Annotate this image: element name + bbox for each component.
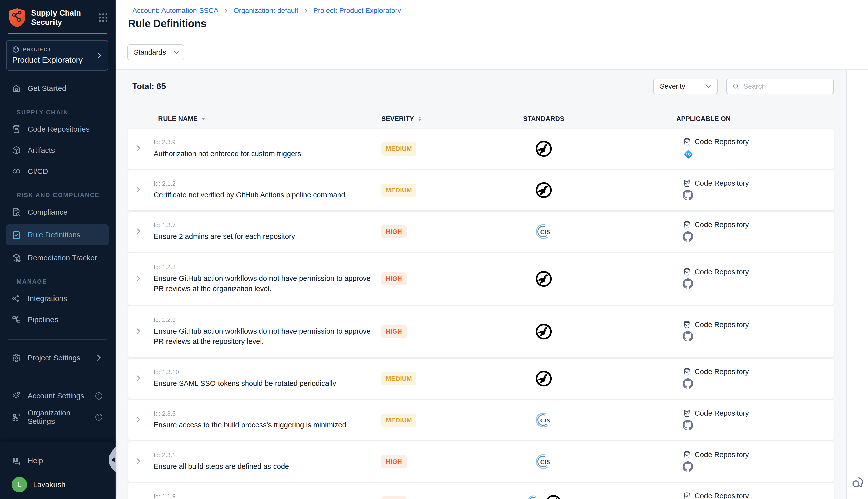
sidebar-item-organization-settings[interactable]: Organization Settings	[6, 408, 109, 426]
table-toolbar: Total: 65 Severity	[128, 78, 834, 95]
rule-row: Id: 2.3.9 Authorization not enforced for…	[128, 129, 834, 169]
applicable-on-text: Code Repository	[695, 268, 749, 276]
sidebar-section-label: MANAGE	[6, 278, 109, 285]
chevron-right-icon	[135, 416, 142, 423]
rule-name: Ensure access to the build process's tri…	[154, 420, 377, 430]
sidebar-item-project-settings[interactable]: Project Settings	[6, 349, 109, 367]
help-chat-icon	[12, 456, 21, 465]
applicable-on-text: Code Repository	[695, 409, 749, 417]
rule-name: Ensure GitHub action workflows do not ha…	[154, 273, 377, 294]
github-icon	[683, 190, 693, 200]
sort-icon	[417, 116, 423, 122]
cis-standard-icon	[526, 495, 543, 499]
row-expand-chevron[interactable]	[128, 275, 154, 283]
rules-list: Id: 2.3.9 Authorization not enforced for…	[128, 129, 834, 499]
project-name: Product Exploratory	[12, 55, 93, 64]
applicable-on-text: Code Repository	[695, 492, 749, 499]
project-selector[interactable]: PROJECT Product Exploratory	[6, 40, 108, 71]
applicable-on-text: Code Repository	[695, 221, 749, 229]
row-expand-chevron[interactable]	[128, 227, 154, 236]
row-expand-chevron[interactable]	[128, 416, 154, 424]
sidebar-item-rule-definitions[interactable]: Rule Definitions	[6, 224, 109, 245]
column-header-standards: STANDARDS	[467, 115, 620, 123]
sidebar-item-help[interactable]: Help	[6, 452, 109, 469]
chevron-down-icon	[173, 48, 180, 56]
sidebar-item-remediation-tracker[interactable]: Remediation Tracker	[6, 249, 109, 267]
severity-badge: MEDIUM	[381, 414, 417, 427]
cicd-icon	[12, 167, 21, 176]
standards-icons	[467, 495, 620, 499]
github-icon	[683, 378, 693, 389]
sidebar-item-account-settings[interactable]: Account Settings	[6, 387, 109, 405]
rule-row: Id: 2.3.1 Ensure all build steps are def…	[128, 441, 834, 482]
chevron-right-icon	[135, 227, 142, 235]
chat-support-icon[interactable]	[851, 475, 865, 489]
breadcrumb-project-link[interactable]: Project: Product Exploratory	[313, 7, 401, 15]
project-cube-icon	[12, 46, 20, 53]
chevron-right-icon	[303, 8, 309, 14]
module-switcher-grid-icon[interactable]	[98, 13, 108, 23]
applicable-on-text: Code Repository	[695, 451, 749, 459]
source-provider	[683, 461, 834, 473]
sidebar-item-compliance[interactable]: Compliance	[6, 203, 109, 221]
rule-name: Ensure SAML SSO tokens should be rotated…	[154, 378, 377, 389]
info-icon	[95, 413, 103, 421]
severity-badge: HIGH	[381, 497, 407, 499]
standards-icons	[467, 324, 620, 340]
artifacts-icon	[12, 145, 21, 155]
github-icon	[683, 461, 693, 472]
rule-row: Id: 1.2.9 Ensure GitHub action workflows…	[128, 306, 834, 357]
sidebar-item-label: Artifacts	[28, 146, 55, 155]
column-header-severity[interactable]: SEVERITY	[381, 115, 467, 123]
row-expand-chevron[interactable]	[128, 327, 154, 336]
account-settings-icon	[12, 391, 21, 401]
chevron-right-icon	[135, 327, 142, 335]
severity-badge: MEDIUM	[381, 184, 417, 197]
standards-icons	[467, 223, 620, 240]
sidebar-item-artifacts[interactable]: Artifacts	[6, 142, 109, 159]
search-input[interactable]	[743, 82, 828, 90]
rule-id: Id: 2.3.1	[154, 451, 381, 459]
standards-icons	[467, 453, 620, 470]
chevron-right-icon	[96, 52, 103, 59]
sidebar-item-label: CI/CD	[28, 167, 48, 175]
standards-dropdown-label: Standards	[134, 48, 166, 56]
get-started-icon	[12, 84, 21, 93]
chevron-right-icon	[135, 275, 142, 282]
module-accent-bar	[8, 33, 107, 34]
sidebar-item-cicd[interactable]: CI/CD	[6, 162, 109, 180]
sidebar-item-pipelines[interactable]: Pipelines	[6, 311, 109, 328]
source-provider	[683, 190, 834, 202]
severity-dropdown[interactable]: Severity	[653, 78, 718, 94]
sidebar-item-integrations[interactable]: Integrations	[6, 290, 109, 307]
avatar: L	[12, 477, 27, 492]
row-expand-chevron[interactable]	[128, 374, 154, 383]
breadcrumb-organization-link[interactable]: Organization: default	[233, 7, 298, 15]
row-expand-chevron[interactable]	[128, 145, 154, 153]
standards-dropdown[interactable]: Standards	[127, 45, 184, 60]
breadcrumb-account-link[interactable]: Account: Automation-SSCA	[132, 7, 218, 15]
cis-standard-icon	[535, 223, 552, 240]
rule-row: Id: 1.1.9 HIGH Code Repository	[128, 483, 834, 499]
rule-name: Certificate not verified by GitHub Actio…	[154, 190, 377, 200]
github-icon	[683, 278, 693, 289]
applicable-on-text: Code Repository	[695, 368, 749, 376]
chevron-right-icon	[135, 374, 142, 382]
sort-descending-icon	[201, 116, 206, 122]
applicable-on-text: Code Repository	[695, 320, 749, 329]
standards-icons	[467, 271, 620, 287]
rule-name: Authorization not enforced for custom tr…	[154, 148, 377, 159]
right-gutter	[846, 70, 868, 499]
sidebar-item-label: Remediation Tracker	[28, 254, 97, 262]
sidebar-item-get-started[interactable]: Get Started	[6, 80, 109, 97]
row-expand-chevron[interactable]	[128, 457, 154, 466]
sidebar-item-label: Account Settings	[28, 392, 84, 400]
search-field	[726, 78, 834, 94]
column-header-rule-name[interactable]: RULE NAME	[154, 115, 381, 123]
filter-bar: Standards	[116, 35, 868, 70]
owasp-standard-icon	[535, 182, 552, 198]
row-expand-chevron[interactable]	[128, 186, 154, 194]
sidebar-item-code-repositories[interactable]: Code Repositories	[6, 120, 109, 138]
user-menu[interactable]: L Lavakush	[6, 477, 109, 492]
code-repository-icon	[683, 138, 691, 146]
